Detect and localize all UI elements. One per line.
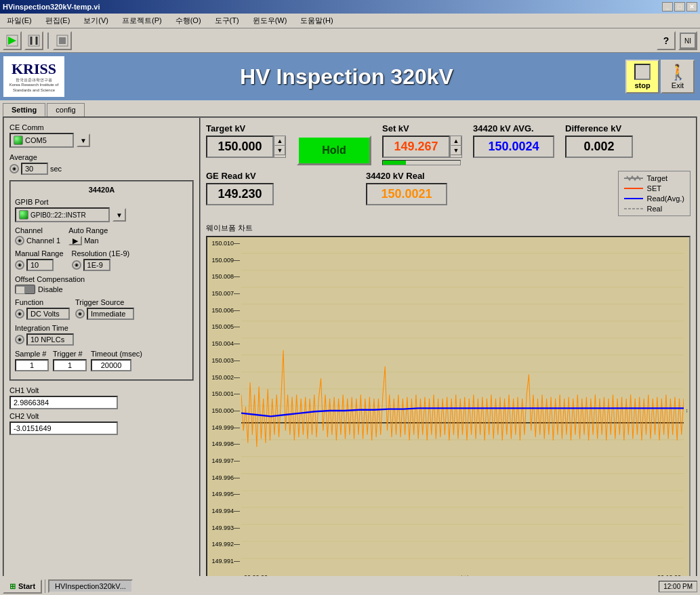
chart-area[interactable]: 150.010— 150.009— 150.008— 150.007— 150.… [206,236,691,586]
svg-rect-2 [28,35,39,46]
manual-range-knob[interactable]: ◉ [15,260,24,270]
panels-container: CE Comm COM5 ▼ Average ◉ [3,117,697,592]
set-kv-spinner: ▲ ▼ [450,136,462,158]
offset-comp-label: Offset Compensation [15,275,188,283]
set-kv-down[interactable]: ▼ [451,146,461,155]
svg-rect-4 [59,37,66,44]
tab-setting[interactable]: Setting [3,103,45,117]
menu-window[interactable]: 윈도우(W) [249,14,291,27]
taskbar: ⊞ Start HVInspection320kV... 12:00 PM [0,576,700,595]
function-knob[interactable]: ◉ [15,309,24,319]
toolbar-btn-2[interactable] [24,31,43,50]
diff-kv-label: Difference kV [565,123,633,134]
target-kv-up[interactable]: ▲ [274,136,285,146]
average-group: Average ◉ 30 sec [9,153,194,175]
header-area: KRISS 한국표준과학연구원Korea Research Institute … [0,53,700,100]
integration-time-knob[interactable]: ◉ [15,335,24,344]
y-150010: 150.010— [209,240,240,247]
hold-button[interactable]: Hold [297,136,371,165]
timeout-value[interactable]: 20000 [91,359,131,371]
average-control: ◉ 30 sec [9,163,62,175]
resolution-control: ◉ 1E-9 [72,259,130,271]
avg-kv-value: 150.0024 [473,136,554,158]
sample-group: Sample # 1 [15,350,49,371]
stop-button[interactable]: stop [625,60,659,94]
tab-config[interactable]: config [47,103,84,117]
start-button[interactable]: ⊞ Start [3,579,42,594]
y-149995: 149.995— [209,491,240,497]
manual-resolution-row: Manual Range ◉ 10 Resolution (1E-9) ◉ 1E… [15,249,188,271]
system-clock: 12:00 PM [659,581,697,592]
toolbar-separator [47,33,49,49]
taskbar-item[interactable]: HVInspection320kV... [48,579,133,593]
measurements-row: Target kV 150.000 ▲ ▼ Hold [206,123,691,165]
tab-content-area: Setting config CE Comm COM5 ▼ [0,100,700,595]
ce-comm-label: CE Comm [9,123,194,131]
auto-range-control: ▶ Man [68,236,108,245]
channel-knob[interactable]: ◉ [15,236,24,245]
diff-kv-block: Difference kV 0.002 [565,123,633,158]
minimize-button[interactable]: _ [662,2,673,12]
window-title: HVinspection320kV-temp.vi [3,3,100,11]
legend-target: Target [624,174,684,182]
close-button[interactable]: ✕ [686,2,697,12]
ce-comm-dropdown[interactable]: ▼ [77,134,90,147]
trigger-source-knob[interactable]: ◉ [75,309,85,319]
exit-button[interactable]: 🚶 Exit [661,60,695,94]
trigger-value[interactable]: 1 [53,359,87,371]
average-value[interactable]: 30 [21,163,48,175]
manual-range-value: 10 [26,259,54,271]
chart-section: 웨이브폼 차트 150.010— 150.009— 150.008— 150.0… [206,222,691,586]
menu-edit[interactable]: 편집(E) [41,14,75,27]
tab-bar: Setting config [0,100,700,117]
left-panel: CE Comm COM5 ▼ Average ◉ [4,118,201,591]
menu-help[interactable]: 도움말(H) [296,14,337,27]
set-kv-up[interactable]: ▲ [451,136,461,146]
gpib-dropdown[interactable]: ▼ [112,208,126,222]
ch1-volt-label: CH1 Volt [9,386,194,394]
target-kv-down[interactable]: ▼ [274,146,285,155]
gpib-port-field: GPIB0::22::INSTR [15,207,110,222]
menu-project[interactable]: 프로젝트(P) [118,14,166,27]
menu-file[interactable]: 파일(E) [3,14,36,27]
gpib-port-label: GPIB Port [15,198,188,206]
timeout-group: Timeout (msec) 20000 [91,350,142,371]
menu-run[interactable]: 수행(O) [171,14,205,27]
stop-icon [634,64,651,80]
menu-view[interactable]: 보기(V) [79,14,112,27]
main-content: KRISS 한국표준과학연구원Korea Research Institute … [0,53,700,595]
toolbar-btn-3[interactable] [53,31,72,50]
resolution-knob[interactable]: ◉ [72,260,81,270]
maximize-button[interactable]: □ [674,2,685,12]
ge-read-label: GE Read kV [206,171,274,181]
auto-range-play[interactable]: ▶ [68,236,82,245]
sample-value[interactable]: 1 [15,359,49,371]
kriss-sub: 한국표준과학연구원Korea Research Institute of Sta… [3,78,64,93]
toolbar-btn-1[interactable] [3,31,22,50]
hold-button-area: Hold [297,136,371,165]
y-150000: 150.000— [209,407,240,414]
trigger-source-group: Trigger Source ◉ Immediate [75,298,134,320]
set-kv-progress-bg [382,160,461,165]
y-150006: 150.006— [209,307,240,314]
integration-time-label: Integration Time [15,324,188,332]
target-kv-label: Target kV [206,123,286,134]
integration-time-value: 10 NPLCs [26,333,74,346]
average-label: Average [9,153,194,161]
trigger-source-label: Trigger Source [75,298,134,306]
menu-tools[interactable]: 도구(T) [211,14,243,27]
gpib-led [19,210,28,220]
average-knob[interactable]: ◉ [9,164,19,173]
y-149994: 149.994— [209,508,240,514]
offset-comp-toggle[interactable]: Disable [15,285,188,294]
avg-kv-label: 34420 kV AVG. [473,123,554,134]
legend-read-avg: Read(Avg.) [624,194,684,203]
ce-comm-value: COM5 [25,136,47,144]
function-value: DC Volts [26,308,70,320]
target-kv-spinner: ▲ ▼ [274,136,286,158]
y-149993: 149.993— [209,525,240,531]
toggle-track [15,285,35,294]
help-button[interactable]: ? [657,31,676,50]
ch2-volt-label: CH2 Volt [9,412,194,420]
sample-label: Sample # [15,350,49,358]
